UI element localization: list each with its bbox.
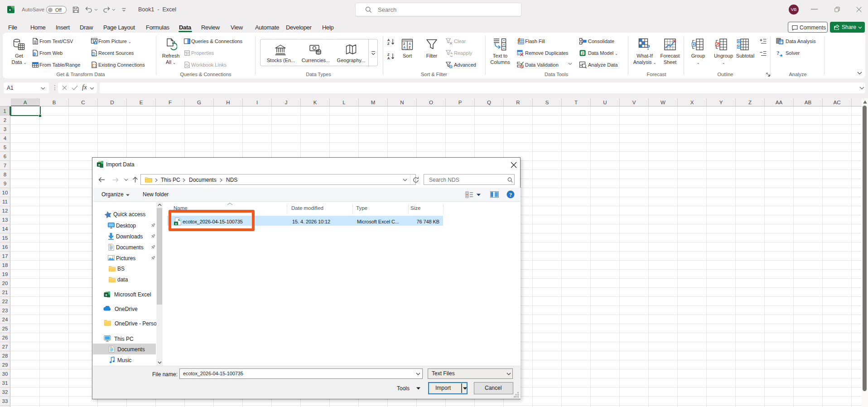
svg-text:J: J bbox=[582, 52, 583, 55]
svg-text:Z: Z bbox=[403, 42, 405, 45]
svg-text:Z: Z bbox=[409, 46, 411, 49]
svg-text:A: A bbox=[387, 56, 390, 60]
svg-text:A: A bbox=[403, 46, 405, 49]
svg-text:?: ? bbox=[776, 49, 780, 56]
svg-text:x: x bbox=[98, 163, 100, 167]
svg-text:?: ? bbox=[509, 192, 512, 198]
svg-text:Z: Z bbox=[387, 42, 390, 45]
svg-text:?: ? bbox=[646, 44, 650, 51]
svg-text:x: x bbox=[9, 8, 11, 12]
svg-text:x: x bbox=[105, 293, 107, 297]
svg-text:A: A bbox=[409, 42, 411, 45]
